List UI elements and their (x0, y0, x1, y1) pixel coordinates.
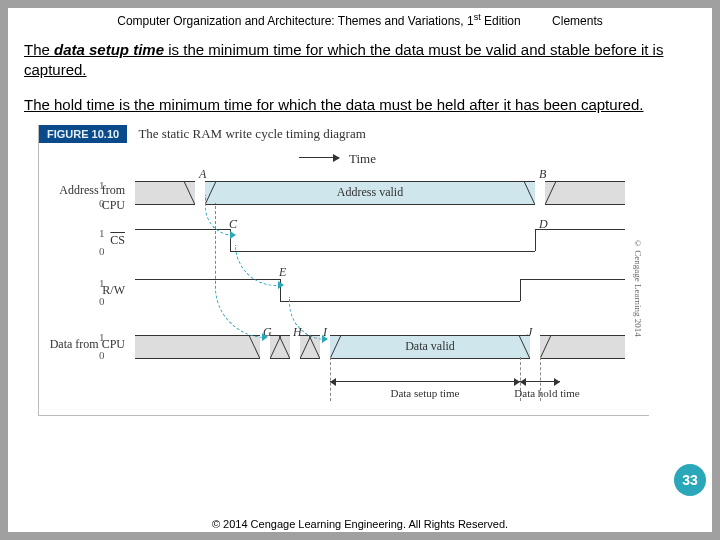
dim-setup (330, 381, 520, 382)
term-data-setup-time: data setup time (54, 41, 164, 58)
time-axis-label: Time (349, 151, 376, 167)
slide: Computer Organization and Architecture: … (0, 0, 720, 540)
paragraph-hold-time: The hold time is the minimum time for wh… (8, 85, 712, 119)
author: Clements (552, 14, 603, 28)
data-track: Data valid (135, 335, 639, 365)
figure-header: FIGURE 10.10 The static RAM write cycle … (39, 125, 649, 145)
data-valid-bus: Data valid (330, 335, 530, 359)
point-A: A (199, 167, 206, 182)
slide-header: Computer Organization and Architecture: … (8, 8, 712, 30)
time-arrow-icon (299, 157, 339, 158)
book-title-sup: st (474, 12, 481, 22)
figure-caption: The static RAM write cycle timing diagra… (138, 126, 365, 142)
signal-label-rw: R/W (45, 283, 125, 298)
signal-label-cs: CS (45, 233, 125, 248)
cs-track (135, 229, 639, 259)
footer-copyright: © 2014 Cengage Learning Engineering. All… (8, 518, 712, 530)
book-title-post: Edition (481, 14, 521, 28)
signal-label-data: Data from CPU (45, 337, 125, 352)
rw-track (135, 279, 639, 309)
figure-side-copyright: © Cengage Learning 2014 (629, 185, 643, 391)
address-valid-bus: Address valid (205, 181, 535, 205)
figure-label: FIGURE 10.10 (39, 125, 127, 143)
address-valid-text: Address valid (205, 185, 535, 200)
page-number-badge: 33 (674, 464, 706, 496)
figure-timing-diagram: FIGURE 10.10 The static RAM write cycle … (38, 125, 649, 416)
level-1: 1 (99, 179, 105, 191)
book-title-pre: Computer Organization and Architecture: … (117, 14, 473, 28)
data-valid-text: Data valid (330, 339, 530, 354)
dim-hold-label: Data hold time (507, 387, 587, 399)
point-B: B (539, 167, 546, 182)
causal-arrow-icon (215, 203, 266, 338)
signal-label-address: Address from CPU (45, 183, 125, 213)
level-0: 0 (99, 197, 105, 209)
paragraph-setup-time: The data setup time is the minimum time … (8, 30, 712, 85)
dim-setup-label: Data setup time (330, 387, 520, 399)
dim-hold (520, 381, 560, 382)
